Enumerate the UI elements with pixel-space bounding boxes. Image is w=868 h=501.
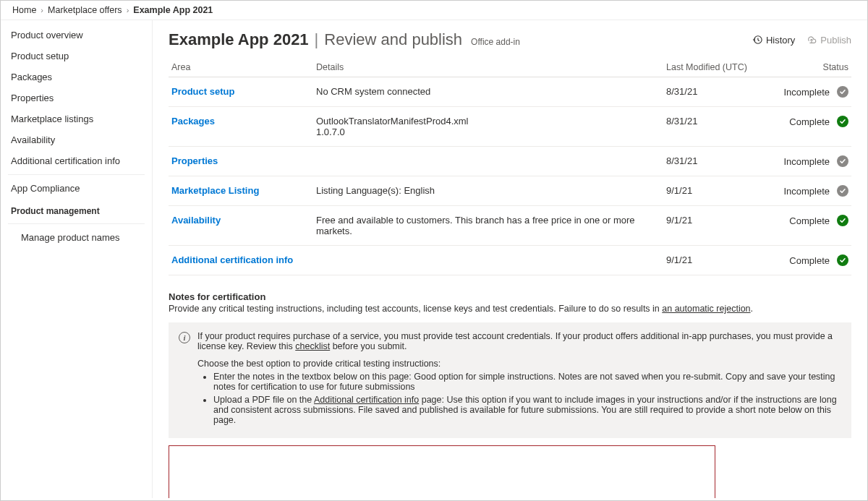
status-cell: Incomplete [765,77,851,107]
details-cell [313,246,663,275]
info-box: i If your product requires purchase of a… [169,322,851,438]
sidebar-item-properties[interactable]: Properties [1,87,152,108]
notes-title: Notes for certification [169,291,851,302]
history-label: History [766,35,795,46]
status-text: Complete [789,215,830,226]
status-text: Incomplete [783,156,830,167]
page-title: Review and publish [324,30,462,49]
sidebar-item-product-setup[interactable]: Product setup [1,46,152,67]
main-content: Example App 2021 | Review and publish Of… [153,20,867,498]
checklist-link[interactable]: checklist [295,341,330,351]
sidebar-item-manage-product-names[interactable]: Manage product names [1,227,152,248]
publish-top-label: Publish [820,35,851,46]
table-row: Marketplace ListingListing Language(s): … [169,176,851,206]
details-cell: Free and available to customers. This br… [313,206,663,246]
incomplete-icon [837,185,848,197]
page-subtype: Office add-in [471,37,520,47]
sidebar-item-additional-cert-info[interactable]: Additional certification info [1,150,152,171]
sidebar-item-product-overview[interactable]: Product overview [1,25,152,46]
table-row: Product setupNo CRM system connected8/31… [169,77,851,107]
last-modified-cell: 9/1/21 [663,176,765,206]
checkmark-icon [837,215,848,226]
page-title-app: Example App 2021 [169,30,309,49]
table-row: AvailabilityFree and available to custom… [169,206,851,246]
last-modified-cell: 8/31/21 [663,107,765,147]
history-button[interactable]: History [752,35,795,46]
last-modified-cell: 9/1/21 [663,246,765,275]
status-cell: Complete [765,206,851,246]
sidebar-divider [8,174,145,175]
area-link[interactable]: Product setup [171,86,234,97]
sidebar-divider [8,223,145,224]
auto-rejection-link[interactable]: an automatic rejection [662,304,750,314]
status-cell: Complete [765,246,851,275]
status-text: Incomplete [783,186,830,197]
checkmark-icon [837,116,848,127]
breadcrumb-marketplace-offers[interactable]: Marketplace offers [48,5,122,15]
title-separator: | [315,30,319,49]
cert-notes-textarea[interactable] [169,445,715,498]
incomplete-icon [837,86,848,98]
details-cell [313,147,663,176]
area-link[interactable]: Properties [171,155,218,166]
publish-icon [807,35,817,45]
table-row: PackagesOutlookTranslatorManifestProd4.x… [169,107,851,147]
info-bullet-2: Upload a PDF file on the Additional cert… [213,395,841,425]
choose-intro: Choose the best option to provide critic… [197,359,841,369]
table-row: Additional certification info9/1/21Compl… [169,246,851,275]
col-status: Status [765,58,851,77]
info-line: If your product requires purchase of a s… [197,331,841,351]
sidebar-item-packages[interactable]: Packages [1,67,152,87]
status-text: Complete [789,116,830,127]
review-table: Area Details Last Modified (UTC) Status … [169,58,851,275]
area-link[interactable]: Additional certification info [171,254,293,265]
details-cell: No CRM system connected [313,77,663,107]
sidebar-item-availability[interactable]: Availability [1,129,152,150]
info-bullet-1: Enter the notes in the textbox below on … [213,372,841,392]
checkmark-icon [837,254,848,266]
area-link[interactable]: Packages [171,116,215,127]
details-cell: Listing Language(s): English [313,176,663,206]
status-cell: Complete [765,107,851,147]
sidebar: Product overview Product setup Packages … [1,20,153,498]
last-modified-cell: 8/31/21 [663,147,765,176]
status-cell: Incomplete [765,176,851,206]
status-text: Complete [789,255,830,266]
last-modified-cell: 9/1/21 [663,206,765,246]
history-icon [752,35,762,45]
area-link[interactable]: Marketplace Listing [171,185,259,196]
sidebar-section-product-management: Product management [1,199,152,220]
status-text: Incomplete [783,87,830,98]
chevron-right-icon: › [41,6,43,14]
breadcrumb-current: Example App 2021 [133,5,213,15]
col-details: Details [313,58,663,77]
notes-section: Notes for certification Provide any crit… [169,291,851,498]
additional-cert-info-link[interactable]: Additional certification info [314,395,419,405]
area-link[interactable]: Availability [171,215,221,226]
chevron-right-icon: › [127,6,129,14]
col-area: Area [169,58,313,77]
table-row: Properties8/31/21Incomplete [169,147,851,176]
breadcrumb-home[interactable]: Home [12,5,36,15]
col-last-modified: Last Modified (UTC) [663,58,765,77]
last-modified-cell: 8/31/21 [663,77,765,107]
publish-top-button: Publish [807,35,851,46]
info-icon: i [179,332,190,343]
breadcrumb: Home › Marketplace offers › Example App … [1,1,867,20]
notes-description: Provide any critical testing instruction… [169,304,851,314]
sidebar-item-marketplace-listings[interactable]: Marketplace listings [1,108,152,129]
details-cell: OutlookTranslatorManifestProd4.xml 1.0.7… [313,107,663,147]
incomplete-icon [837,155,848,167]
status-cell: Incomplete [765,147,851,176]
sidebar-item-app-compliance[interactable]: App Compliance [1,178,152,199]
